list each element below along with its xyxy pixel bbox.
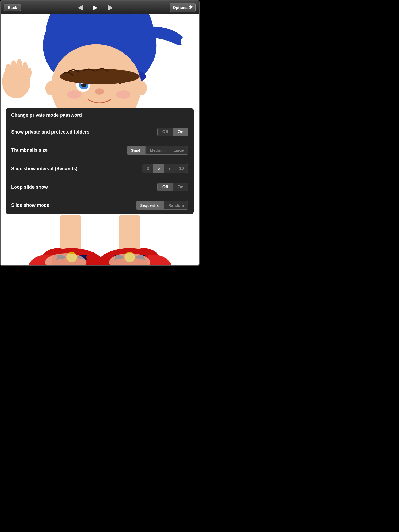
loop-slideshow-label: Loop slide show [11, 184, 48, 190]
thumbnails-size-control: Small Medium Large [127, 146, 188, 155]
options-icon: ✱ [189, 5, 193, 10]
next-button[interactable]: ▶ [108, 3, 113, 11]
svg-point-7 [11, 60, 17, 75]
interval-5[interactable]: 5 [153, 164, 164, 173]
svg-point-30 [136, 81, 147, 95]
back-button[interactable]: Back [4, 4, 21, 11]
loop-on[interactable]: On [173, 183, 188, 191]
svg-point-27 [67, 90, 82, 99]
svg-point-26 [95, 88, 104, 95]
show-folders-label: Show private and protected folders [11, 129, 89, 135]
slideshow-mode-row: Slide show mode Sequential Random [6, 196, 194, 214]
loop-off[interactable]: Off [158, 183, 173, 191]
size-small[interactable]: Small [127, 146, 146, 154]
change-password-row[interactable]: Change private mode password [6, 108, 194, 123]
character-image-bottom [1, 214, 199, 265]
mode-random[interactable]: Random [164, 201, 188, 209]
prev-button[interactable]: ◀ [78, 3, 83, 11]
svg-rect-33 [60, 215, 81, 251]
svg-point-28 [116, 90, 131, 99]
toolbar-center: ◀ ▶ ▶ [78, 3, 113, 11]
size-large[interactable]: Large [169, 146, 188, 154]
svg-rect-34 [119, 215, 140, 251]
loop-slideshow-toggle: Off On [157, 183, 188, 191]
svg-point-8 [16, 59, 23, 74]
interval-7[interactable]: 7 [164, 164, 175, 173]
svg-point-6 [5, 64, 12, 77]
svg-point-31 [45, 81, 57, 95]
slideshow-mode-label: Slide show mode [11, 203, 49, 208]
svg-point-4 [181, 36, 192, 48]
options-label: Options [173, 5, 188, 10]
slideshow-interval-label: Slide show interval (Seconds) [11, 166, 77, 171]
show-folders-row: Show private and protected folders Off O… [6, 123, 194, 141]
interval-10[interactable]: 10 [175, 164, 188, 173]
show-folders-off[interactable]: Off [158, 128, 173, 136]
play-button[interactable]: ▶ [93, 4, 98, 11]
options-button[interactable]: Options ✱ [170, 3, 196, 12]
settings-panel: Change private mode password Show privat… [6, 108, 194, 214]
thumbnails-size-label: Thumbnails size [11, 148, 48, 153]
size-medium[interactable]: Medium [146, 146, 169, 154]
character-image-top [1, 14, 199, 108]
svg-point-10 [26, 68, 32, 78]
slideshow-mode-control: Sequential Random [136, 201, 188, 210]
show-folders-on[interactable]: On [173, 128, 188, 136]
thumbnails-size-row: Thumbnails size Small Medium Large [6, 141, 194, 159]
svg-point-29 [60, 69, 140, 84]
main-content: Change private mode password Show privat… [1, 14, 199, 265]
show-folders-toggle: Off On [157, 128, 188, 136]
slideshow-interval-control: 3 5 7 10 [142, 164, 188, 173]
mode-sequential[interactable]: Sequential [136, 201, 164, 209]
loop-slideshow-row: Loop slide show Off On [6, 178, 194, 196]
slideshow-interval-row: Slide show interval (Seconds) 3 5 7 10 [6, 159, 194, 178]
toolbar: Back ◀ ▶ ▶ Options ✱ [1, 1, 199, 14]
interval-3[interactable]: 3 [142, 164, 153, 173]
change-password-label: Change private mode password [11, 112, 82, 118]
